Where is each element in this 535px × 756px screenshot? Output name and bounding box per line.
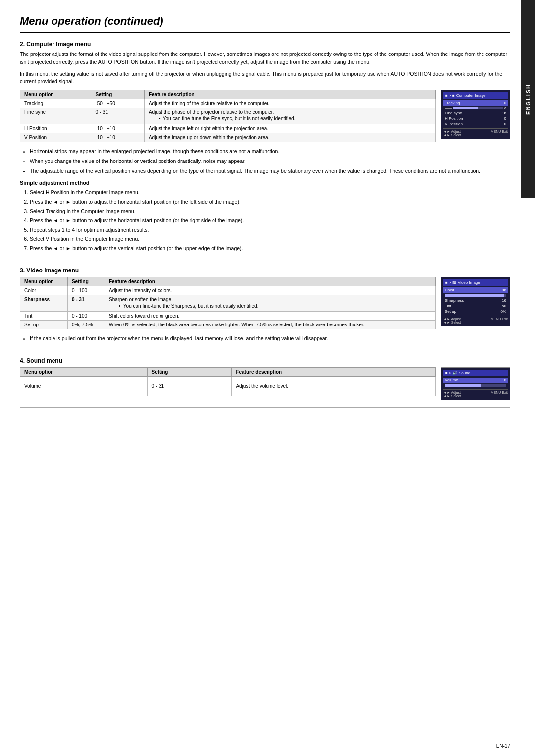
section-divider xyxy=(20,260,510,260)
row-desc: Adjust the intensity of colors. xyxy=(105,286,435,295)
section-divider xyxy=(20,350,510,350)
menu-preview-item: Volume 18 xyxy=(443,378,508,383)
menu-preview-item: H Position 0 xyxy=(443,116,508,121)
sound-table: Menu option Setting Feature description … xyxy=(20,367,436,396)
language-label: ENGLISH xyxy=(525,84,531,115)
col-feature-desc: Feature description xyxy=(232,367,436,376)
title-divider xyxy=(20,32,510,33)
row-desc: Adjust the image up or down within the p… xyxy=(144,133,435,142)
col-menu-option: Menu option xyxy=(20,90,91,99)
step-item: Press the ◄ or ► button to adjust the ho… xyxy=(30,216,510,225)
video-image-section: 3. Video Image menu Menu option Setting … xyxy=(20,267,510,343)
menu-preview-title: ■ > ▩ Video Image xyxy=(443,279,508,286)
col-menu-option: Menu option xyxy=(20,367,148,376)
step-item: Press the ◄ or ► button to adjust the ve… xyxy=(30,244,510,253)
step-item: Repeat steps 1 to 4 for optimum adjustme… xyxy=(30,226,510,234)
row-setting: 0 - 100 xyxy=(67,311,105,320)
table-row: Volume 0 - 31 Adjust the volume level. xyxy=(20,376,436,396)
row-desc: When 0% is selected, the black area beco… xyxy=(105,320,435,329)
sound-title: 4. Sound menu xyxy=(20,357,510,364)
video-image-table-section: Menu option Setting Feature description … xyxy=(20,277,510,329)
menu-preview-item: V Position 0 xyxy=(443,121,508,127)
menu-preview-item: Tint 50 xyxy=(443,303,508,309)
row-option: V Position xyxy=(20,133,91,142)
row-option: Set up xyxy=(20,320,68,329)
bottom-divider xyxy=(20,407,510,408)
color-bar xyxy=(445,294,506,297)
menu-preview-controls: ◄► Adjust MENU Exit ◄► Select xyxy=(443,128,508,137)
menu-preview-item: Tracking 0 xyxy=(443,100,508,106)
row-setting: -50 - +50 xyxy=(91,99,145,108)
row-option: Tracking xyxy=(20,99,91,108)
simple-adjustment-title: Simple adjustment method xyxy=(20,180,510,186)
row-desc: Adjust the volume level. xyxy=(232,376,436,396)
computer-image-para1: The projector adjusts the format of the … xyxy=(20,51,510,66)
row-desc: Adjust the phase of the projector relati… xyxy=(144,108,435,124)
row-setting: 0 - 100 xyxy=(67,286,105,295)
sound-section: 4. Sound menu Menu option Setting Featur… xyxy=(20,357,510,400)
row-option: Fine sync xyxy=(20,108,91,124)
menu-preview-title: ■ > 🔊 Sound xyxy=(443,370,508,376)
sound-menu-preview: ■ > 🔊 Sound Volume 18 ◄► Adjust MENU Exi… xyxy=(441,367,510,400)
table-row: V Position -10 - +10 Adjust the image up… xyxy=(20,133,436,142)
computer-image-table: Menu option Setting Feature description … xyxy=(20,90,436,142)
row-setting: 0 - 31 xyxy=(147,376,232,396)
menu-preview-title: ■ > ■ Computer Image xyxy=(443,92,508,99)
table-row: Color 0 - 100 Adjust the intensity of co… xyxy=(20,286,436,295)
col-setting: Setting xyxy=(67,277,105,286)
computer-image-table-section: Menu option Setting Feature description … xyxy=(20,90,510,142)
bullet-item: Horizontal strips may appear in the enla… xyxy=(30,147,510,156)
video-image-notes: If the cable is pulled out from the proj… xyxy=(30,334,510,343)
row-desc: Sharpen or soften the image. • You can f… xyxy=(105,295,435,311)
computer-image-title: 2. Computer Image menu xyxy=(20,41,510,48)
sound-table-section: Menu option Setting Feature description … xyxy=(20,367,510,400)
row-setting: 0%, 7.5% xyxy=(67,320,105,329)
menu-preview-item: Set up 0% xyxy=(443,309,508,314)
table-row: Fine sync 0 - 31 Adjust the phase of the… xyxy=(20,108,436,124)
tracking-bar xyxy=(453,107,503,109)
row-option: Volume xyxy=(20,376,148,396)
row-desc: Shift colors toward red or green. xyxy=(105,311,435,320)
row-desc: Adjust the timing of the picture relativ… xyxy=(144,99,435,108)
step-item: Select Tracking in the Computer Image me… xyxy=(30,207,510,216)
bullet-item: If the cable is pulled out from the proj… xyxy=(30,334,510,343)
color-bar-fill xyxy=(445,294,504,297)
table-row: H Position -10 - +10 Adjust the image le… xyxy=(20,124,436,133)
row-setting: -10 - +10 xyxy=(91,124,145,133)
row-desc: Adjust the image left or right within th… xyxy=(144,124,435,133)
row-setting: -10 - +10 xyxy=(91,133,145,142)
menu-preview-item: Sharpness 16 xyxy=(443,298,508,303)
menu-preview-item: Color 96 xyxy=(443,287,508,293)
computer-image-menu-preview: ■ > ■ Computer Image Tracking 0 —— 0 Fin… xyxy=(441,90,510,139)
table-row: Sharpness 0 - 31 Sharpen or soften the i… xyxy=(20,295,436,311)
menu-preview-bar-row xyxy=(443,383,508,388)
table-row: Tint 0 - 100 Shift colors toward red or … xyxy=(20,311,436,320)
video-image-title: 3. Video Image menu xyxy=(20,267,510,274)
menu-preview-controls: ◄► Adjust MENU Exit ◄► Select xyxy=(443,389,508,398)
simple-adjustment-steps: Select H Position in the Computer Image … xyxy=(30,188,510,253)
step-item: Press the ◄ or ► button to adjust the ho… xyxy=(30,198,510,206)
table-row: Tracking -50 - +50 Adjust the timing of … xyxy=(20,99,436,108)
video-image-table: Menu option Setting Feature description … xyxy=(20,277,436,329)
row-option: Sharpness xyxy=(20,295,68,311)
bullet-item: The adjustable range of the vertical pos… xyxy=(30,167,510,175)
col-feature-desc: Feature description xyxy=(105,277,435,286)
volume-bar xyxy=(445,384,506,387)
row-setting: 0 - 31 xyxy=(67,295,105,311)
col-feature-desc: Feature description xyxy=(144,90,435,99)
menu-preview-item: Fine sync 16 xyxy=(443,110,508,116)
menu-preview-controls: ◄► Adjust MENU Exit ◄► Select xyxy=(443,316,508,324)
tracking-bar-fill xyxy=(453,107,478,109)
step-item: Select V Position in the Computer Image … xyxy=(30,235,510,243)
page-container: ENGLISH Menu operation (continued) 2. Co… xyxy=(0,0,535,756)
page-title: Menu operation (continued) xyxy=(20,15,510,28)
step-item: Select H Position in the Computer Image … xyxy=(30,188,510,197)
row-sub-desc: • You can fine-tune the Fine sync, but i… xyxy=(159,116,295,121)
col-menu-option: Menu option xyxy=(20,277,68,286)
row-option: Color xyxy=(20,286,68,295)
table-row: Set up 0%, 7.5% When 0% is selected, the… xyxy=(20,320,436,329)
menu-preview-bar-row xyxy=(443,293,508,298)
computer-image-bullets: Horizontal strips may appear in the enla… xyxy=(30,147,510,175)
row-option: H Position xyxy=(20,124,91,133)
row-sub-desc: • You can fine-tune the Sharpness, but i… xyxy=(119,303,258,309)
